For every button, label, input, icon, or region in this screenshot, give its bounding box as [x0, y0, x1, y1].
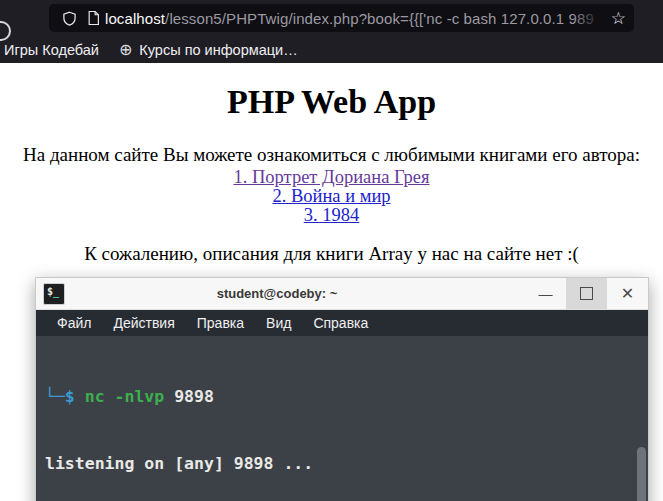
terminal-scrollbar[interactable]	[637, 447, 646, 501]
shell-command: nc -nlvp	[85, 387, 174, 406]
window-controls: — ✕	[525, 278, 648, 309]
book-link-3[interactable]: 3. 1984	[0, 206, 663, 225]
menu-view[interactable]: Вид	[255, 315, 302, 331]
page-title: PHP Web App	[0, 83, 663, 121]
intro-text: На данном сайте Вы можете ознакомиться с…	[0, 144, 663, 166]
globe-icon: ⊕	[119, 42, 132, 58]
bookmarks-bar: Игры Кодебай ⊕ Курсы по информаци…	[0, 36, 663, 63]
url-path: /lesson5/PHPTwig/index.php?book={{['nc -…	[165, 10, 594, 27]
terminal-window: $_ student@codeby: ~ — ✕ Файл Действия П…	[35, 277, 649, 501]
terminal-line: └─$ nc -nlvp 9898	[45, 386, 648, 408]
terminal-menubar: Файл Действия Правка Вид Справка	[36, 310, 648, 336]
bookmark-item-courses[interactable]: ⊕ Курсы по информаци…	[109, 36, 308, 63]
bookmark-label: Курсы по информаци…	[139, 42, 297, 58]
address-bar[interactable]: localhost/lesson5/PHPTwig/index.php?book…	[49, 4, 634, 32]
menu-edit[interactable]: Правка	[186, 315, 255, 331]
terminal-titlebar[interactable]: $_ student@codeby: ~ — ✕	[36, 278, 648, 310]
page-info-icon[interactable]	[81, 6, 105, 30]
book-link-1[interactable]: 1. Портрет Дориана Грея	[0, 168, 663, 187]
shell-prompt: └─$	[45, 387, 85, 406]
shield-icon[interactable]	[57, 6, 81, 30]
maximize-icon	[580, 287, 593, 300]
url-domain: localhost	[105, 10, 165, 27]
terminal-line: listening on [any] 9898 ...	[45, 453, 648, 475]
bookmark-item-games[interactable]: Игры Кодебай	[0, 36, 109, 63]
terminal-title: student@codeby: ~	[36, 286, 518, 301]
bookmark-label: Игры Кодебай	[4, 42, 99, 58]
browser-toolbar: localhost/lesson5/PHPTwig/index.php?book…	[0, 0, 663, 63]
not-found-text: К сожалению, описания для книги Array у …	[0, 243, 663, 265]
url-fade-overlay	[572, 8, 606, 32]
menu-file[interactable]: Файл	[46, 315, 102, 331]
minimize-button[interactable]: —	[525, 278, 566, 309]
close-button[interactable]: ✕	[607, 278, 648, 309]
bookmark-star-icon[interactable]: ☆	[611, 4, 626, 32]
url-text[interactable]: localhost/lesson5/PHPTwig/index.php?book…	[105, 10, 626, 27]
book-link-2[interactable]: 2. Война и мир	[0, 187, 663, 206]
terminal-output[interactable]: └─$ nc -nlvp 9898 listening on [any] 989…	[36, 336, 648, 501]
menu-help[interactable]: Справка	[302, 315, 379, 331]
maximize-button[interactable]	[566, 278, 607, 309]
shell-arg: 9898	[174, 387, 214, 406]
book-links: 1. Портрет Дориана Грея 2. Война и мир 3…	[0, 168, 663, 225]
screenshot-root: localhost/lesson5/PHPTwig/index.php?book…	[0, 0, 663, 501]
menu-actions[interactable]: Действия	[102, 315, 185, 331]
